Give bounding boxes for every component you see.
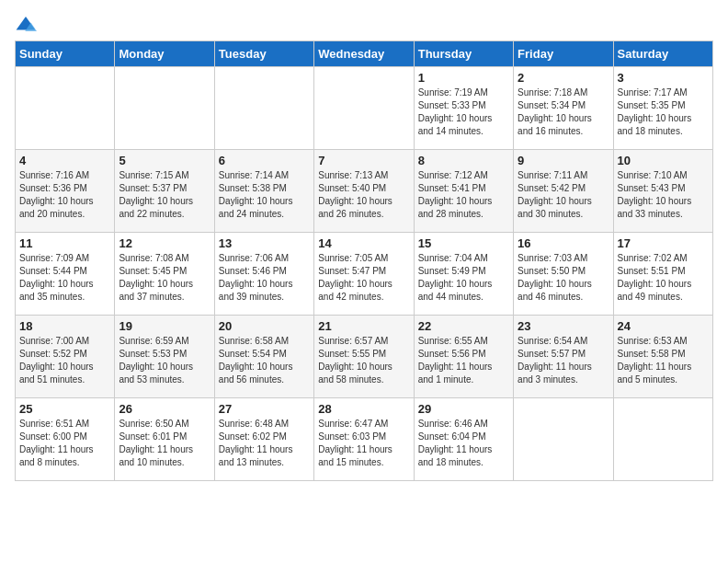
logo xyxy=(15,15,40,33)
calendar-cell: 13Sunrise: 7:06 AMSunset: 5:46 PMDayligh… xyxy=(214,233,313,316)
day-info: Sunrise: 6:51 AMSunset: 6:00 PMDaylight:… xyxy=(19,418,110,469)
day-info: Sunrise: 7:12 AMSunset: 5:41 PMDaylight:… xyxy=(418,169,509,221)
calendar-cell xyxy=(314,67,414,150)
day-number: 23 xyxy=(518,319,609,333)
day-header-saturday: Saturday xyxy=(613,41,712,67)
day-number: 28 xyxy=(318,402,409,416)
logo-icon xyxy=(15,15,37,33)
day-number: 2 xyxy=(518,71,609,85)
calendar-cell: 26Sunrise: 6:50 AMSunset: 6:01 PMDayligh… xyxy=(115,398,214,481)
day-number: 20 xyxy=(219,319,310,333)
calendar-cell: 1Sunrise: 7:19 AMSunset: 5:33 PMDaylight… xyxy=(414,67,513,150)
calendar-cell: 24Sunrise: 6:53 AMSunset: 5:58 PMDayligh… xyxy=(613,316,712,398)
day-number: 24 xyxy=(618,319,709,333)
day-info: Sunrise: 6:55 AMSunset: 5:56 PMDaylight:… xyxy=(418,335,509,386)
calendar-cell: 4Sunrise: 7:16 AMSunset: 5:36 PMDaylight… xyxy=(16,150,115,233)
day-number: 27 xyxy=(219,402,310,416)
calendar-cell: 20Sunrise: 6:58 AMSunset: 5:54 PMDayligh… xyxy=(214,316,313,398)
calendar-cell xyxy=(16,67,115,150)
day-number: 15 xyxy=(418,236,509,250)
day-info: Sunrise: 7:18 AMSunset: 5:34 PMDaylight:… xyxy=(518,86,609,138)
calendar-cell: 5Sunrise: 7:15 AMSunset: 5:37 PMDaylight… xyxy=(115,150,214,233)
day-number: 13 xyxy=(219,236,310,250)
calendar-cell: 10Sunrise: 7:10 AMSunset: 5:43 PMDayligh… xyxy=(613,150,712,233)
day-header-thursday: Thursday xyxy=(414,41,513,67)
day-info: Sunrise: 7:13 AMSunset: 5:40 PMDaylight:… xyxy=(318,169,409,221)
day-header-monday: Monday xyxy=(115,41,214,67)
day-number: 21 xyxy=(318,319,409,333)
calendar-cell xyxy=(514,398,613,481)
calendar-cell xyxy=(613,398,712,481)
calendar-cell: 28Sunrise: 6:47 AMSunset: 6:03 PMDayligh… xyxy=(314,398,414,481)
day-info: Sunrise: 7:02 AMSunset: 5:51 PMDaylight:… xyxy=(618,252,709,304)
day-info: Sunrise: 7:03 AMSunset: 5:50 PMDaylight:… xyxy=(518,252,609,304)
calendar-cell: 17Sunrise: 7:02 AMSunset: 5:51 PMDayligh… xyxy=(613,233,712,316)
day-number: 6 xyxy=(219,154,310,167)
day-info: Sunrise: 6:50 AMSunset: 6:01 PMDaylight:… xyxy=(119,418,210,469)
day-info: Sunrise: 6:46 AMSunset: 6:04 PMDaylight:… xyxy=(418,418,509,469)
day-number: 5 xyxy=(119,154,210,167)
calendar-cell: 15Sunrise: 7:04 AMSunset: 5:49 PMDayligh… xyxy=(414,233,513,316)
calendar-cell: 25Sunrise: 6:51 AMSunset: 6:00 PMDayligh… xyxy=(16,398,115,481)
day-info: Sunrise: 7:06 AMSunset: 5:46 PMDaylight:… xyxy=(219,252,310,304)
day-header-tuesday: Tuesday xyxy=(214,41,313,67)
calendar-cell xyxy=(115,67,214,150)
day-number: 1 xyxy=(418,71,509,85)
day-info: Sunrise: 7:14 AMSunset: 5:38 PMDaylight:… xyxy=(219,169,310,221)
day-number: 12 xyxy=(119,236,210,250)
calendar-cell: 23Sunrise: 6:54 AMSunset: 5:57 PMDayligh… xyxy=(514,316,613,398)
calendar-cell: 2Sunrise: 7:18 AMSunset: 5:34 PMDaylight… xyxy=(514,67,613,150)
day-number: 19 xyxy=(119,319,210,333)
calendar-cell: 14Sunrise: 7:05 AMSunset: 5:47 PMDayligh… xyxy=(314,233,414,316)
day-number: 25 xyxy=(19,402,110,416)
calendar-cell: 12Sunrise: 7:08 AMSunset: 5:45 PMDayligh… xyxy=(115,233,214,316)
day-info: Sunrise: 6:54 AMSunset: 5:57 PMDaylight:… xyxy=(518,335,609,386)
day-info: Sunrise: 6:57 AMSunset: 5:55 PMDaylight:… xyxy=(318,335,409,386)
day-number: 8 xyxy=(418,154,509,167)
day-info: Sunrise: 7:04 AMSunset: 5:49 PMDaylight:… xyxy=(418,252,509,304)
day-number: 29 xyxy=(418,402,509,416)
calendar-cell: 9Sunrise: 7:11 AMSunset: 5:42 PMDaylight… xyxy=(514,150,613,233)
calendar-cell: 8Sunrise: 7:12 AMSunset: 5:41 PMDaylight… xyxy=(414,150,513,233)
day-number: 17 xyxy=(618,236,709,250)
day-header-wednesday: Wednesday xyxy=(314,41,414,67)
day-info: Sunrise: 6:47 AMSunset: 6:03 PMDaylight:… xyxy=(318,418,409,469)
day-info: Sunrise: 6:59 AMSunset: 5:53 PMDaylight:… xyxy=(119,335,210,386)
day-info: Sunrise: 6:58 AMSunset: 5:54 PMDaylight:… xyxy=(219,335,310,386)
calendar-cell: 7Sunrise: 7:13 AMSunset: 5:40 PMDaylight… xyxy=(314,150,414,233)
day-number: 14 xyxy=(318,236,409,250)
calendar-cell: 16Sunrise: 7:03 AMSunset: 5:50 PMDayligh… xyxy=(514,233,613,316)
day-number: 16 xyxy=(518,236,609,250)
day-header-friday: Friday xyxy=(514,41,613,67)
day-number: 22 xyxy=(418,319,509,333)
calendar-cell: 11Sunrise: 7:09 AMSunset: 5:44 PMDayligh… xyxy=(16,233,115,316)
calendar-cell: 21Sunrise: 6:57 AMSunset: 5:55 PMDayligh… xyxy=(314,316,414,398)
day-info: Sunrise: 7:15 AMSunset: 5:37 PMDaylight:… xyxy=(119,169,210,221)
day-info: Sunrise: 7:19 AMSunset: 5:33 PMDaylight:… xyxy=(418,86,509,138)
calendar-cell xyxy=(214,67,313,150)
day-number: 4 xyxy=(19,154,110,167)
day-number: 26 xyxy=(119,402,210,416)
day-number: 10 xyxy=(618,154,709,167)
day-number: 11 xyxy=(19,236,110,250)
calendar-cell: 27Sunrise: 6:48 AMSunset: 6:02 PMDayligh… xyxy=(214,398,313,481)
calendar-cell: 3Sunrise: 7:17 AMSunset: 5:35 PMDaylight… xyxy=(613,67,712,150)
day-number: 18 xyxy=(19,319,110,333)
day-info: Sunrise: 7:08 AMSunset: 5:45 PMDaylight:… xyxy=(119,252,210,304)
day-info: Sunrise: 7:17 AMSunset: 5:35 PMDaylight:… xyxy=(618,86,709,138)
day-info: Sunrise: 6:53 AMSunset: 5:58 PMDaylight:… xyxy=(618,335,709,386)
day-number: 9 xyxy=(518,154,609,167)
header xyxy=(15,15,713,33)
day-info: Sunrise: 7:16 AMSunset: 5:36 PMDaylight:… xyxy=(19,169,110,221)
calendar-cell: 18Sunrise: 7:00 AMSunset: 5:52 PMDayligh… xyxy=(16,316,115,398)
calendar-cell: 22Sunrise: 6:55 AMSunset: 5:56 PMDayligh… xyxy=(414,316,513,398)
calendar-table: SundayMondayTuesdayWednesdayThursdayFrid… xyxy=(15,40,713,481)
day-info: Sunrise: 7:00 AMSunset: 5:52 PMDaylight:… xyxy=(19,335,110,386)
calendar-cell: 19Sunrise: 6:59 AMSunset: 5:53 PMDayligh… xyxy=(115,316,214,398)
calendar-cell: 29Sunrise: 6:46 AMSunset: 6:04 PMDayligh… xyxy=(414,398,513,481)
day-info: Sunrise: 7:10 AMSunset: 5:43 PMDaylight:… xyxy=(618,169,709,221)
day-info: Sunrise: 7:05 AMSunset: 5:47 PMDaylight:… xyxy=(318,252,409,304)
day-number: 3 xyxy=(618,71,709,85)
day-info: Sunrise: 7:11 AMSunset: 5:42 PMDaylight:… xyxy=(518,169,609,221)
day-header-sunday: Sunday xyxy=(16,41,115,67)
